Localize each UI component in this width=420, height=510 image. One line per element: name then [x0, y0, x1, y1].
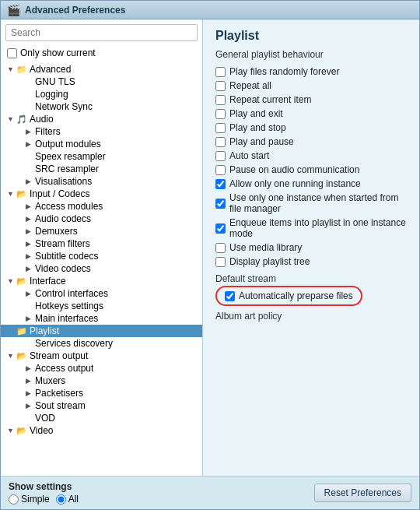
checkbox-play-exit[interactable]	[215, 109, 226, 119]
reset-preferences-button[interactable]: Reset Preferences	[314, 484, 411, 502]
checkbox-row-play-pause: Play and pause	[215, 135, 407, 149]
tree-label-muxers: Muxers	[35, 375, 65, 386]
checkbox-row-play-randomly: Play files randomly forever	[215, 65, 407, 79]
note-icon-audio: 🎵	[16, 114, 27, 125]
tree-label-access-output: Access output	[35, 363, 93, 374]
only-show-current-checkbox[interactable]	[7, 48, 17, 58]
tree-item-hotkeys[interactable]: Hotkeys settings	[1, 300, 202, 312]
tree-item-subtitle-codecs[interactable]: ▶ Subtitle codecs	[1, 250, 202, 262]
tree-label-stream-output: Stream output	[30, 350, 88, 361]
default-stream-label: Default stream	[215, 273, 407, 284]
tree-label-hotkeys: Hotkeys settings	[35, 301, 103, 311]
section-subtitle: General playlist behaviour	[215, 49, 407, 60]
tree-item-control-interfaces[interactable]: ▶ Control interfaces	[1, 287, 202, 300]
label-auto-start: Auto start	[229, 150, 269, 161]
checkbox-auto-preparse[interactable]	[225, 291, 235, 301]
tree-label-stream-filters: Stream filters	[35, 238, 90, 249]
tree-item-stream-output[interactable]: ▼ 📂 Stream output	[1, 350, 202, 362]
show-settings-group: Show settings Simple All	[9, 481, 79, 505]
tree-item-access-modules[interactable]: ▶ Access modules	[1, 200, 202, 213]
label-auto-preparse: Automatically preparse files	[239, 290, 353, 301]
checkbox-row-media-library: Use media library	[215, 241, 407, 255]
tree-item-visualisations[interactable]: ▶ Visualisations	[1, 175, 202, 188]
label-repeat-all: Repeat all	[229, 80, 271, 91]
checkbox-pause-audio[interactable]	[215, 165, 226, 175]
tree-label-audio: Audio	[30, 114, 54, 125]
search-input[interactable]	[5, 24, 198, 41]
title-bar: 🎬 Advanced Preferences	[1, 1, 419, 19]
checkbox-auto-start[interactable]	[215, 151, 226, 161]
folder-icon-video: 📂	[16, 425, 27, 436]
tree-item-sout-stream[interactable]: ▶ Sout stream	[1, 399, 202, 412]
tree-item-network-sync[interactable]: Network Sync	[1, 100, 202, 113]
checkbox-row-repeat-current: Repeat current item	[215, 93, 407, 107]
tree-label-speex: Speex resampler	[35, 151, 106, 162]
tree-label-subtitle-codecs: Subtitle codecs	[35, 251, 98, 262]
tree-item-audio[interactable]: ▼ 🎵 Audio	[1, 113, 202, 125]
tree-label-vod: VOD	[35, 413, 55, 424]
tree-label-advanced: Advanced	[30, 64, 71, 75]
tree-item-advanced[interactable]: ▼ 📁 Advanced	[1, 63, 202, 76]
tree-item-stream-filters[interactable]: ▶ Stream filters	[1, 237, 202, 250]
tree-item-interface[interactable]: ▼ 📂 Interface	[1, 275, 202, 287]
expand-icon-video: ▼	[7, 427, 16, 434]
tree-label-filters: Filters	[35, 126, 61, 137]
checkbox-repeat-current[interactable]	[215, 95, 226, 105]
tree-item-logging[interactable]: Logging	[1, 88, 202, 100]
main-window: 🎬 Advanced Preferences Only show current…	[0, 0, 420, 510]
tree-item-video[interactable]: ▼ 📂 Video	[1, 424, 202, 437]
tree-item-playlist[interactable]: 📁 Playlist	[1, 325, 202, 337]
radio-simple[interactable]	[9, 494, 19, 505]
tree-label-network-sync: Network Sync	[35, 101, 93, 112]
tree-label-video-codecs: Video codecs	[35, 263, 91, 274]
left-panel: Only show current ▼ 📁 Advanced GNU TLS	[1, 19, 203, 476]
checkbox-allow-one-instance[interactable]	[215, 179, 226, 189]
tree-item-access-output[interactable]: ▶ Access output	[1, 362, 202, 375]
checkbox-play-randomly[interactable]	[215, 67, 226, 77]
tree-item-gnu-tls[interactable]: GNU TLS	[1, 76, 202, 88]
label-play-exit: Play and exit	[229, 108, 283, 119]
expand-icon-interface: ▼	[7, 277, 16, 285]
label-use-one-instance: Use only one instance when started from …	[229, 192, 407, 214]
checkbox-row-playlist-tree: Display playlist tree	[215, 255, 407, 269]
checkbox-row-use-one-instance: Use only one instance when started from …	[215, 191, 407, 216]
checkbox-playlist-tree[interactable]	[215, 257, 226, 267]
bottom-bar: Show settings Simple All Reset Preferenc…	[1, 476, 419, 509]
tree-item-services-discovery[interactable]: Services discovery	[1, 337, 202, 350]
tree-item-main-interfaces[interactable]: ▶ Main interfaces	[1, 312, 202, 325]
tree-item-src[interactable]: SRC resampler	[1, 163, 202, 175]
album-art-label: Album art policy	[215, 311, 407, 322]
checkbox-row-repeat-all: Repeat all	[215, 79, 407, 93]
tree-item-muxers[interactable]: ▶ Muxers	[1, 375, 202, 387]
tree-item-filters[interactable]: ▶ Filters	[1, 125, 202, 138]
checkbox-play-pause[interactable]	[215, 137, 226, 147]
tree-item-video-codecs[interactable]: ▶ Video codecs	[1, 262, 202, 275]
expand-icon-audio: ▼	[7, 115, 16, 123]
show-settings-label: Show settings	[9, 481, 79, 492]
tree-label-visualisations: Visualisations	[35, 176, 92, 187]
highlighted-section: Automatically preparse files	[215, 286, 362, 306]
tree-item-packetisers[interactable]: ▶ Packetisers	[1, 387, 202, 399]
tree-item-input-codecs[interactable]: ▼ 📂 Input / Codecs	[1, 188, 202, 200]
checkbox-play-stop[interactable]	[215, 123, 226, 133]
label-playlist-tree: Display playlist tree	[229, 256, 310, 267]
checkbox-media-library[interactable]	[215, 243, 226, 253]
checkbox-use-one-instance[interactable]	[215, 199, 226, 209]
radio-all-label: All	[68, 494, 79, 505]
radio-all[interactable]	[56, 494, 66, 505]
checkbox-repeat-all[interactable]	[215, 81, 226, 91]
label-play-pause: Play and pause	[229, 136, 294, 147]
tree-item-speex[interactable]: Speex resampler	[1, 150, 202, 163]
window-title: Advanced Preferences	[25, 5, 125, 16]
tree-item-audio-codecs[interactable]: ▶ Audio codecs	[1, 213, 202, 225]
checkbox-enqueue-items[interactable]	[215, 223, 226, 234]
expand-icon-input: ▼	[7, 190, 16, 198]
tree-item-demuxers[interactable]: ▶ Demuxers	[1, 225, 202, 237]
checkbox-row-auto-preparse: Automatically preparse files	[225, 289, 353, 303]
tree-label-access-modules: Access modules	[35, 201, 103, 212]
tree-label-logging: Logging	[35, 89, 68, 100]
tree-label-src: SRC resampler	[35, 164, 99, 174]
tree-item-vod[interactable]: VOD	[1, 412, 202, 424]
tree-label-audio-codecs: Audio codecs	[35, 213, 91, 224]
tree-item-output-modules[interactable]: ▶ Output modules	[1, 138, 202, 150]
